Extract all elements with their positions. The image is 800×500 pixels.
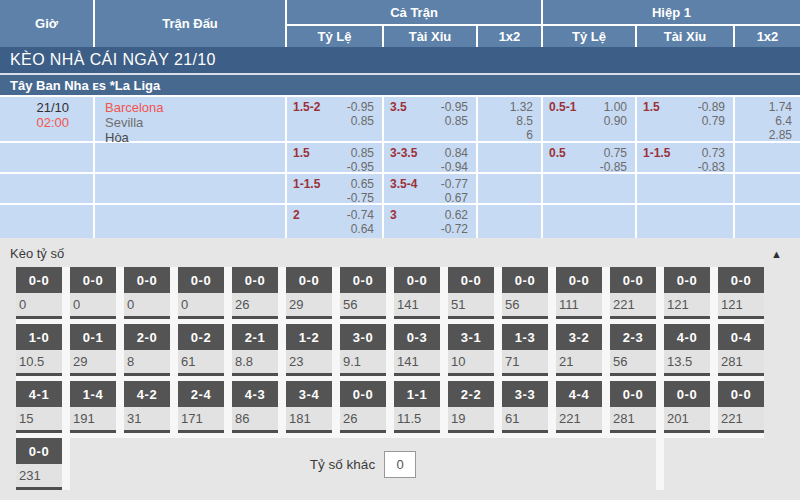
odd-value[interactable]: 0.67: [445, 191, 468, 205]
empty-cell: [735, 143, 800, 172]
odd-value[interactable]: -0.72: [441, 222, 468, 236]
odd-value[interactable]: 0.62: [445, 208, 468, 222]
odd-value[interactable]: -0.77: [441, 177, 468, 191]
score-odds-cell[interactable]: 2-219: [448, 381, 494, 433]
score-odds-cell[interactable]: 0-0221: [718, 381, 764, 433]
score-label: 2-2: [448, 381, 494, 407]
score-odds-cell[interactable]: 0-026: [340, 381, 386, 433]
odd-value[interactable]: 0.85: [351, 114, 374, 128]
odd-value[interactable]: 0.79: [702, 114, 725, 128]
odd-value[interactable]: 0.73: [702, 146, 725, 160]
odd-value[interactable]: 0.84: [445, 146, 468, 160]
score-odds-cell[interactable]: 0-029: [286, 267, 332, 319]
score-odds-cell[interactable]: 0-051: [448, 267, 494, 319]
score-odd-value: 0: [70, 293, 116, 312]
score-odds-cell[interactable]: 0-0201: [664, 381, 710, 433]
empty-cell: [478, 205, 541, 238]
score-odd-value: 56: [340, 293, 386, 312]
score-odds-cell[interactable]: 0-0121: [718, 267, 764, 319]
odd-value[interactable]: 0.85: [351, 146, 374, 160]
score-odds-cell[interactable]: 0-3141: [394, 324, 440, 376]
score-odds-cell[interactable]: 3-09.1: [340, 324, 386, 376]
ft-overunder-cell[interactable]: 3-3.5 0.84-0.94: [384, 143, 476, 172]
odd-value[interactable]: -0.85: [600, 160, 627, 174]
score-odds-cell[interactable]: 4-386: [232, 381, 278, 433]
score-odds-cell[interactable]: 0-00: [178, 267, 224, 319]
score-odds-cell[interactable]: 0-129: [70, 324, 116, 376]
h1-1x2-cell[interactable]: 1.74 6.4 2.85: [735, 97, 800, 141]
score-odds-cell[interactable]: 4-115: [16, 381, 62, 433]
score-odds-cell[interactable]: 0-0111: [556, 267, 602, 319]
match-teams-cell[interactable]: Barcelona Sevilla Hòa: [95, 97, 285, 141]
score-odds-cell[interactable]: 0-0141: [394, 267, 440, 319]
odd-value[interactable]: 1.32: [510, 100, 533, 114]
other-score-input[interactable]: [384, 451, 416, 478]
score-odds-cell[interactable]: 2-18.8: [232, 324, 278, 376]
odd-value[interactable]: 0.85: [445, 114, 468, 128]
score-odds-cell[interactable]: 0-026: [232, 267, 278, 319]
odd-value[interactable]: 6.4: [775, 114, 792, 128]
score-odds-cell[interactable]: 0-056: [340, 267, 386, 319]
score-odds-cell[interactable]: 0-00: [124, 267, 170, 319]
h1-overunder-cell[interactable]: 1.5 -0.890.79: [637, 97, 733, 141]
odd-value[interactable]: 0.64: [351, 222, 374, 236]
score-odds-cell[interactable]: 0-0 231: [16, 438, 62, 490]
odd-value[interactable]: -0.75: [347, 191, 374, 205]
score-odds-cell[interactable]: 3-110: [448, 324, 494, 376]
h1-overunder-cell[interactable]: 1-1.5 0.73-0.83: [637, 143, 733, 172]
odd-value[interactable]: -0.95: [441, 100, 468, 114]
score-odds-cell[interactable]: 4-4221: [556, 381, 602, 433]
score-odds-cell[interactable]: 2-356: [610, 324, 656, 376]
score-odds-cell[interactable]: 4-013.5: [664, 324, 710, 376]
score-odds-cell[interactable]: 4-231: [124, 381, 170, 433]
score-odds-cell[interactable]: 1-111.5: [394, 381, 440, 433]
score-odds-cell[interactable]: 0-056: [502, 267, 548, 319]
score-odds-cell[interactable]: 1-4191: [70, 381, 116, 433]
odd-value[interactable]: 6: [526, 128, 533, 142]
score-odds-cell[interactable]: 0-00: [70, 267, 116, 319]
ft-handicap-cell[interactable]: 1.5-2 -0.950.85: [287, 97, 382, 141]
odd-value[interactable]: -0.74: [347, 208, 374, 222]
score-odds-cell[interactable]: 2-08: [124, 324, 170, 376]
odd-value[interactable]: 0.90: [604, 114, 627, 128]
ft-handicap-cell[interactable]: 1-1.5 0.65-0.75: [287, 174, 382, 203]
ft-handicap-cell[interactable]: 2 -0.740.64: [287, 205, 382, 238]
score-odd-value: 121: [664, 293, 710, 312]
odd-value[interactable]: -0.83: [698, 160, 725, 174]
odd-value[interactable]: -0.95: [347, 100, 374, 114]
score-odds-cell[interactable]: 3-361: [502, 381, 548, 433]
ft-overunder-cell[interactable]: 3.5 -0.950.85: [384, 97, 476, 141]
odd-value[interactable]: -0.89: [698, 100, 725, 114]
odd-value[interactable]: 0.65: [351, 177, 374, 191]
score-odds-cell[interactable]: 1-223: [286, 324, 332, 376]
ft-1x2-cell[interactable]: 1.32 8.5 6: [478, 97, 541, 141]
score-odds-cell[interactable]: 3-4181: [286, 381, 332, 433]
odd-value[interactable]: -0.94: [441, 160, 468, 174]
odd-value[interactable]: 0.75: [604, 146, 627, 160]
odd-value[interactable]: 1.00: [604, 100, 627, 114]
h1-handicap-cell[interactable]: 0.5-1 1.000.90: [543, 97, 635, 141]
league-bar[interactable]: Tây Ban Nha ᴇs *La Liga: [0, 73, 800, 95]
score-odds-cell[interactable]: 3-221: [556, 324, 602, 376]
odd-value[interactable]: 1.74: [769, 100, 792, 114]
score-odds-cell[interactable]: 0-0121: [664, 267, 710, 319]
overunder-line: 3-3.5: [390, 146, 417, 172]
score-odds-cell[interactable]: 0-00: [16, 267, 62, 319]
ft-handicap-cell[interactable]: 1.5 0.85-0.95: [287, 143, 382, 172]
score-odd-value: 26: [232, 293, 278, 312]
odd-value[interactable]: 8.5: [516, 114, 533, 128]
odd-value[interactable]: -0.95: [347, 160, 374, 174]
score-odds-cell[interactable]: 0-0281: [610, 381, 656, 433]
score-odds-cell[interactable]: 1-010.5: [16, 324, 62, 376]
ft-overunder-cell[interactable]: 3.5-4 -0.770.67: [384, 174, 476, 203]
score-odds-cell[interactable]: 0-4281: [718, 324, 764, 376]
subcol-1x2-h1: 1x2: [735, 26, 800, 47]
h1-handicap-cell[interactable]: 0.5 0.75-0.85: [543, 143, 635, 172]
score-odds-cell[interactable]: 2-4171: [178, 381, 224, 433]
score-odds-cell[interactable]: 0-0221: [610, 267, 656, 319]
odd-value[interactable]: 2.85: [769, 128, 792, 142]
collapse-icon[interactable]: ▲: [771, 248, 782, 260]
score-odds-cell[interactable]: 1-371: [502, 324, 548, 376]
score-odds-cell[interactable]: 0-261: [178, 324, 224, 376]
ft-overunder-cell[interactable]: 3 0.62-0.72: [384, 205, 476, 238]
